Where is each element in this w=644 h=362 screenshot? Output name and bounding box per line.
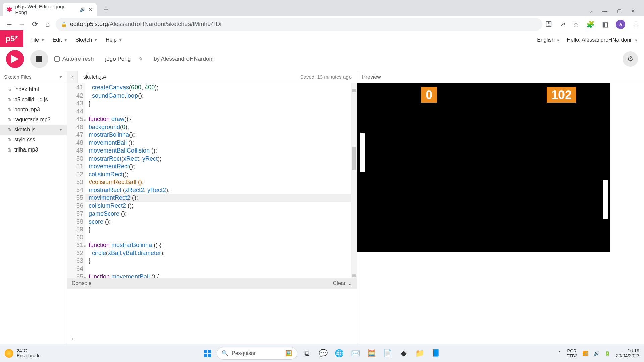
volume-icon[interactable]: 🔊 [594,351,599,356]
notepad-icon[interactable]: 📄 [381,347,394,360]
explorer-icon[interactable]: 📁 [413,347,426,360]
start-button[interactable] [202,348,213,359]
saved-status: Saved: 13 minutes ago [300,74,357,80]
file-item[interactable]: 🗎p5.collid…d.js [0,95,67,105]
file-item[interactable]: 🗎style.css [0,135,67,145]
line-gutter: 4142434445▼46474849505152535455565758596… [67,83,85,278]
key-icon[interactable]: ⚿ [546,20,552,28]
svg-marker-0 [11,55,19,63]
caret-down-icon: ▼ [64,38,67,42]
play-button[interactable] [6,50,24,68]
tray-overflow-icon[interactable]: ˄ [558,351,561,356]
sketch-name: jogo Pong [105,56,131,62]
edit-name-icon[interactable]: ✎ [139,56,143,62]
file-tab[interactable]: sketch.js• [78,74,112,80]
copilot-icon[interactable]: ◆ [397,347,410,360]
scroll-up-icon[interactable] [352,89,356,92]
teams-icon[interactable]: 💬 [317,347,329,360]
tab-search-icon[interactable]: ⌄ [589,8,593,14]
file-name: raquetada.mp3 [14,117,51,123]
word-icon[interactable]: 📘 [429,347,442,360]
minimize-icon[interactable]: — [602,8,607,14]
menubar-right: English▼ Hello, AlessandroHNardoni!▼ [537,37,644,43]
file-name: trilha.mp3 [14,147,38,153]
sidebar-header[interactable]: Sketch Files ▼ [0,71,67,83]
file-more-icon[interactable]: ▼ [59,128,63,132]
paddle-right [603,180,608,219]
bookmark-icon[interactable]: ☆ [573,20,579,28]
scrollbar-thumb[interactable] [352,147,356,170]
battery-icon[interactable]: 🔋 [605,351,610,356]
user-greeting[interactable]: Hello, AlessandroHNardoni!▼ [567,37,638,43]
maximize-icon[interactable]: ▢ [617,8,622,14]
file-name: index.html [14,86,39,93]
taskbar-search[interactable]: 🔍 Pesquisar 🖼️ [217,347,297,360]
close-window-icon[interactable]: ✕ [631,8,635,14]
language-selector[interactable]: English▼ [537,37,560,43]
console-clear-button[interactable]: Clear ⌄ [333,280,352,287]
search-visual-icon: 🖼️ [285,350,292,356]
menu-sketch[interactable]: Sketch▼ [72,34,101,46]
file-item[interactable]: 🗎index.html [0,84,67,95]
menu-help[interactable]: Help▼ [102,34,126,46]
url-field[interactable]: 🔒 editor.p5js.org/AlessandroHNardoni/ske… [56,18,542,31]
mail-icon[interactable]: ✉️ [349,347,362,360]
address-bar: ← → ⟳ ⌂ 🔒 editor.p5js.org/AlessandroHNar… [0,16,644,33]
profile-avatar[interactable]: a [616,20,625,29]
audio-icon[interactable]: 🔊 [80,7,85,12]
editor-scrollbar[interactable] [351,83,357,278]
reload-icon[interactable]: ⟳ [30,20,40,29]
scroll-down-icon[interactable] [352,274,356,277]
new-tab-button[interactable]: + [100,3,112,15]
menu-edit[interactable]: Edit▼ [49,34,71,46]
settings-button[interactable]: ⚙ [623,51,638,67]
unsaved-dot-icon: • [104,73,106,81]
browser-tab[interactable]: ✱ p5.js Web Editor | jogo Pong 🔊 ✕ [3,3,97,16]
main-menus: File▼ Edit▼ Sketch▼ Help▼ [27,34,126,46]
calculator-icon[interactable]: 🧮 [365,347,378,360]
extensions-icon[interactable]: 🧩 [586,20,595,28]
file-sidebar: Sketch Files ▼ 🗎index.html🗎p5.collid…d.j… [0,71,67,344]
p5-logo[interactable]: p5* [0,30,23,47]
code-editor[interactable]: 4142434445▼46474849505152535455565758596… [67,83,357,278]
tab-favicon-icon: ✱ [7,6,13,12]
file-list: 🗎index.html🗎p5.collid…d.js🗎ponto.mp3🗎raq… [0,83,67,156]
stop-button[interactable] [30,50,48,68]
sidepanel-icon[interactable]: ◧ [602,20,608,28]
home-icon[interactable]: ⌂ [43,20,52,29]
file-icon: 🗎 [7,127,12,132]
weather-widget[interactable]: 24°C Ensolarado [5,348,41,358]
taskbar-center: 🔍 Pesquisar 🖼️ ⧉ 💬 🌐 ✉️ 🧮 📄 ◆ 📁 📘 [202,347,442,360]
taskview-icon[interactable]: ⧉ [301,347,313,360]
addr-right-icons: ⚿ ↗ ☆ 🧩 ◧ a ⋮ [546,20,639,29]
file-item[interactable]: 🗎trilha.mp3 [0,145,67,155]
file-name: style.css [14,137,35,143]
wifi-icon[interactable]: 📶 [583,351,588,356]
file-icon: 🗎 [7,97,12,102]
auto-refresh-checkbox[interactable] [54,56,60,62]
file-item[interactable]: 🗎ponto.mp3 [0,105,67,115]
console-input[interactable]: › [67,333,357,344]
sketch-canvas[interactable]: 0 102 [357,83,610,252]
author-label: by AlessandroHNardoni [154,56,214,62]
stop-icon [36,56,42,62]
back-icon[interactable]: ← [5,20,14,29]
kebab-menu-icon[interactable]: ⋮ [633,20,639,28]
file-icon: 🗎 [7,107,12,112]
search-placeholder: Pesquisar [232,350,256,356]
score-left: 0 [421,87,437,103]
collapse-sidebar-button[interactable]: ‹ [67,71,78,83]
window-controls: ⌄ — ▢ ✕ [589,8,641,16]
file-item[interactable]: 🗎raquetada.mp3 [0,115,67,125]
clock[interactable]: 16:1920/04/2023 [616,348,639,358]
search-icon: 🔍 [222,350,228,356]
code-content[interactable]: createCanvas(600, 400); soundGame.loop()… [85,83,357,278]
file-icon: 🗎 [7,117,12,122]
menu-file[interactable]: File▼ [27,34,48,46]
share-icon[interactable]: ↗ [560,20,566,28]
language-indicator[interactable]: PORPTB2 [566,348,577,358]
file-item[interactable]: 🗎sketch.js▼ [0,125,67,135]
auto-refresh-toggle[interactable]: Auto-refresh [54,56,94,62]
tab-close-icon[interactable]: ✕ [88,6,93,13]
chrome-icon[interactable]: 🌐 [333,347,345,360]
